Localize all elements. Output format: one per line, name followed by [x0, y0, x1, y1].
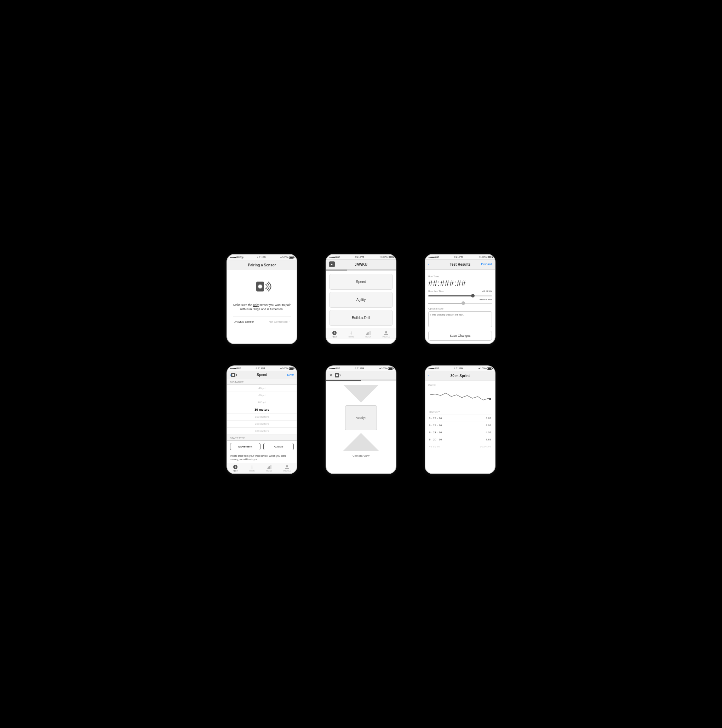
- profile-icon: [384, 330, 389, 335]
- top-triangle-icon: [343, 385, 379, 402]
- svg-rect-16: [268, 466, 268, 469]
- tab-profile[interactable]: PROFILE: [383, 330, 390, 338]
- svg-rect-18: [270, 465, 271, 469]
- status-bar-4: ●●●●● AT&T 4:21 PM ✦100%: [227, 366, 297, 371]
- tab-track[interactable]: TRACK: [365, 330, 371, 338]
- screen-camera-view: ●●●●● AT&T 4:21 PM ✦100% ✕ Ready!!: [326, 366, 396, 474]
- overall-label: Overall: [428, 384, 492, 386]
- back-button-6[interactable]: ‹: [428, 374, 429, 378]
- tab-profile-4[interactable]: PROFILE: [284, 465, 291, 472]
- camera-content: Ready!! Camera View: [327, 381, 395, 460]
- dist-200m[interactable]: 200 meters: [227, 421, 297, 428]
- history-row-0: 9 - 22 - 16 3.83: [428, 414, 492, 422]
- svg-rect-6: [367, 332, 368, 335]
- profile-icon-4: [285, 465, 290, 470]
- time-2: 4:21 PM: [355, 256, 364, 258]
- nav-bar-5: ✕: [327, 371, 395, 380]
- connection-status: Not Connected ›: [268, 320, 290, 323]
- tab-test-4[interactable]: TEST: [233, 465, 238, 472]
- slider-track-2[interactable]: [428, 303, 492, 304]
- dist-400m[interactable]: 400 meters: [227, 428, 297, 435]
- close-button[interactable]: ✕: [329, 373, 333, 378]
- svg-point-21: [336, 374, 338, 376]
- chevron-icon: ›: [288, 320, 290, 323]
- menu-speed-button[interactable]: Speed: [329, 274, 393, 290]
- sensor-row[interactable]: JAWKU Sensor Not Connected ›: [233, 317, 291, 326]
- save-changes-button[interactable]: Save Changes: [428, 331, 492, 341]
- ready-box-container: Ready!!: [329, 405, 393, 430]
- sensor-small-icon: [231, 373, 237, 377]
- chart-svg: [428, 388, 492, 405]
- svg-rect-15: [267, 468, 268, 469]
- battery-icon-6: [487, 367, 492, 370]
- svg-point-11: [232, 374, 234, 376]
- bottom-triangle-area: [327, 433, 395, 453]
- tab-train-4[interactable]: TRAIN: [249, 465, 254, 472]
- tab-train[interactable]: TRAIN: [348, 330, 354, 338]
- ready-box: Ready!!: [345, 405, 377, 430]
- start-type-buttons: Movement Audible: [227, 441, 297, 453]
- optional-note-label: Optional Note: [428, 307, 492, 310]
- signal-1: ●●●●● AT&T ⓦ: [230, 256, 243, 259]
- sensor-svg: [251, 279, 273, 297]
- battery-1: ✦100%: [280, 256, 294, 259]
- svg-point-1: [258, 284, 262, 289]
- battery-icon-4: [289, 367, 294, 370]
- tab-track-4[interactable]: TRACK: [266, 465, 272, 472]
- battery-6: ✦100%: [478, 367, 492, 370]
- camera-label: Camera View: [327, 453, 395, 460]
- nav-bar-2: JAWKU: [327, 260, 395, 269]
- svg-point-19: [286, 465, 288, 467]
- note-text[interactable]: I was on long grass in the rain.: [428, 311, 492, 327]
- dist-100yd[interactable]: 100 yd: [227, 399, 297, 406]
- svg-rect-7: [368, 332, 369, 335]
- top-triangle-area: [327, 381, 395, 402]
- train-icon: [349, 330, 354, 335]
- time-6: 4:21 PM: [454, 367, 463, 370]
- slider-thumb-1: [471, 294, 475, 298]
- time-1: 4:21 PM: [257, 256, 266, 258]
- slider-section: Personal Best: [428, 295, 492, 304]
- history-label: History: [428, 411, 492, 414]
- dist-30m[interactable]: 30 meters: [227, 406, 297, 413]
- slider-thumb-2: [461, 301, 465, 305]
- battery-5: ✦100%: [379, 367, 393, 370]
- reaction-time-label: Reaction Time:: [428, 290, 445, 292]
- battery-icon-2: [388, 256, 393, 258]
- back-button-4[interactable]: ‹: [230, 373, 237, 377]
- svg-point-9: [385, 331, 387, 333]
- next-button[interactable]: Next: [287, 373, 294, 377]
- start-movement-button[interactable]: Movement: [230, 443, 261, 450]
- sensor-indicator-5: [335, 373, 340, 378]
- discard-button[interactable]: Discard: [481, 263, 492, 266]
- pairing-text: Make sure the only sensor you want to pa…: [233, 303, 291, 312]
- tab-test[interactable]: TEST: [332, 330, 337, 338]
- page-title-1: Pairing a Sensor: [248, 263, 276, 267]
- battery-icon-1: [289, 256, 294, 258]
- menu-build-a-drill-button[interactable]: Build-a-Drill: [329, 310, 393, 326]
- menu-agility-button[interactable]: Agility: [329, 292, 393, 308]
- start-note: Initiate start from your wrist device. W…: [227, 453, 297, 463]
- dist-40yd[interactable]: 40 yd: [227, 385, 297, 392]
- sprint-content: Overall History 9 - 22 - 16 3.83 9 - 22 …: [425, 381, 495, 453]
- battery-icon-3: [487, 256, 492, 258]
- status-bar-3: ●●●●● AT&T 4:21 PM ✦100%: [425, 255, 495, 260]
- battery-4: ✦100%: [280, 367, 294, 370]
- slider-track-1[interactable]: [428, 295, 492, 297]
- sensor-name: JAWKU Sensor: [234, 320, 254, 323]
- start-audible-button[interactable]: Audible: [263, 443, 294, 450]
- back-button-3[interactable]: ‹: [428, 263, 429, 266]
- history-row-3: 9 - 20 - 16 3.89: [428, 436, 492, 443]
- page-title-4: Speed: [257, 373, 267, 377]
- svg-rect-5: [366, 333, 367, 335]
- signal-5: ●●●●● AT&T: [329, 367, 340, 370]
- screen-speed-settings: ●●●●● AT&T 4:21 PM ✦100% ‹ Speed Next Di…: [227, 366, 297, 474]
- screen-jawku-menu: ●●●●● AT&T 4:21 PM ✦100% JAWKU Speed Agi…: [326, 254, 396, 344]
- dist-60yd[interactable]: 60 yd: [227, 392, 297, 399]
- status-bar-5: ●●●●● AT&T 4:21 PM ✦100%: [327, 366, 395, 371]
- dist-100m[interactable]: 100 meters: [227, 413, 297, 421]
- history-section: History 9 - 22 - 16 3.83 9 - 22 - 16 3.9…: [428, 409, 492, 450]
- history-row-4: ##-##-## ##:##:##: [428, 443, 492, 450]
- pairing-content: Make sure the only sensor you want to pa…: [227, 270, 297, 332]
- track-icon: [366, 330, 371, 335]
